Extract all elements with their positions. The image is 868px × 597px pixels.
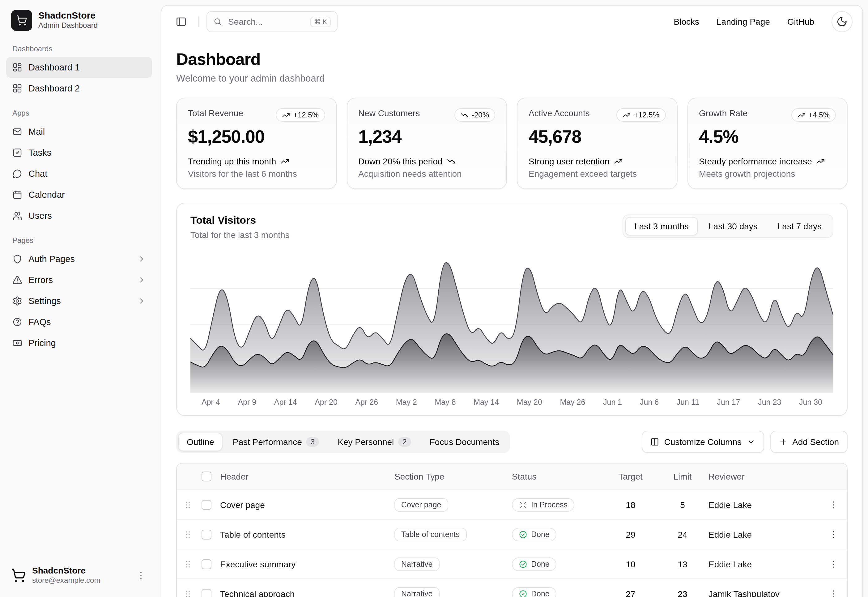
range-tab-30-days[interactable]: Last 30 days xyxy=(699,217,767,235)
help-icon xyxy=(12,317,22,327)
x-tick: Apr 14 xyxy=(274,398,297,407)
sidebar-item-chat[interactable]: Chat xyxy=(6,163,152,184)
reviewer-cell[interactable]: Eddie Lake xyxy=(709,529,820,539)
limit-cell[interactable]: 13 xyxy=(657,559,709,569)
x-tick: Apr 20 xyxy=(315,398,337,407)
drag-handle[interactable] xyxy=(177,529,199,539)
link-github[interactable]: GitHub xyxy=(787,17,814,27)
range-tab-3-months[interactable]: Last 3 months xyxy=(625,217,698,235)
drag-handle[interactable] xyxy=(177,589,199,597)
sidebar-item-users[interactable]: Users xyxy=(6,205,152,226)
sidebar-item-dashboard-2[interactable]: Dashboard 2 xyxy=(6,78,152,99)
sidebar-item-auth-pages[interactable]: Auth Pages xyxy=(6,248,152,269)
tab-label: Past Performance xyxy=(233,437,302,447)
row-menu-button[interactable] xyxy=(823,584,843,597)
reviewer-cell[interactable]: Jamik Tashpulatov xyxy=(709,589,820,597)
sidebar-item-label: Dashboard 1 xyxy=(28,62,80,72)
target-cell[interactable]: 29 xyxy=(605,529,657,539)
sidebar-item-faqs[interactable]: FAQs xyxy=(6,312,152,333)
dots-vertical-icon xyxy=(828,529,838,539)
trend-badge: +12.5% xyxy=(617,108,666,122)
row-checkbox[interactable] xyxy=(202,500,211,509)
stat-line1: Down 20% this period xyxy=(358,156,442,166)
stat-line2: Meets growth projections xyxy=(699,169,836,178)
drag-handle[interactable] xyxy=(177,500,199,509)
check-circle-icon xyxy=(519,589,528,597)
sidebar-item-tasks[interactable]: Tasks xyxy=(6,142,152,163)
row-header-cell[interactable]: Cover page xyxy=(220,500,394,509)
select-all-checkbox[interactable] xyxy=(202,472,211,481)
stat-cards: Total Revenue +12.5% $1,250.00 Trending … xyxy=(176,98,847,189)
row-checkbox[interactable] xyxy=(202,559,211,569)
sidebar-item-label: Pricing xyxy=(28,338,56,348)
sidebar: ShadcnStore Admin Dashboard Dashboards D… xyxy=(0,0,158,597)
row-menu-button[interactable] xyxy=(823,524,843,544)
add-section-button[interactable]: Add Section xyxy=(770,431,847,453)
sidebar-toggle-button[interactable] xyxy=(171,12,191,31)
x-tick: May 8 xyxy=(435,398,456,407)
tab-focus-documents[interactable]: Focus Documents xyxy=(421,433,508,451)
dots-vertical-icon xyxy=(828,559,838,569)
customize-columns-button[interactable]: Customize Columns xyxy=(642,431,764,453)
reviewer-cell[interactable]: Eddie Lake xyxy=(709,500,820,509)
target-cell[interactable]: 18 xyxy=(605,500,657,509)
search-box[interactable]: ⌘ K xyxy=(207,11,337,32)
sidebar-item-calendar[interactable]: Calendar xyxy=(6,184,152,205)
limit-cell[interactable]: 5 xyxy=(657,500,709,509)
search-input[interactable] xyxy=(227,16,305,27)
section-tabs: Outline Past Performance 3 Key Personnel… xyxy=(176,431,510,453)
trend-up-icon xyxy=(816,157,825,166)
tab-past-performance[interactable]: Past Performance 3 xyxy=(224,433,328,451)
tab-outline[interactable]: Outline xyxy=(178,433,223,451)
alert-icon xyxy=(12,275,22,285)
app-logo[interactable]: ShadcnStore Admin Dashboard xyxy=(6,6,152,35)
app-name: ShadcnStore xyxy=(38,10,98,21)
row-header-cell[interactable]: Executive summary xyxy=(220,559,394,569)
status-badge: Done xyxy=(512,587,556,597)
plus-icon xyxy=(779,438,787,446)
sidebar-item-errors[interactable]: Errors xyxy=(6,269,152,291)
range-tab-7-days[interactable]: Last 7 days xyxy=(768,217,831,235)
row-header-cell[interactable]: Table of contents xyxy=(220,529,394,539)
table-header-row: Header Section Type Status Target Limit … xyxy=(177,463,847,490)
sidebar-item-mail[interactable]: Mail xyxy=(6,121,152,142)
trend-up-icon xyxy=(280,157,289,166)
footer-menu-button[interactable] xyxy=(135,569,147,582)
row-menu-button[interactable] xyxy=(823,554,843,574)
trend-up-icon xyxy=(797,111,805,119)
badge-value: +12.5% xyxy=(293,111,319,119)
nav-section-dashboards: Dashboards xyxy=(6,35,152,57)
limit-cell[interactable]: 24 xyxy=(657,529,709,539)
sidebar-item-label: FAQs xyxy=(28,317,51,327)
sidebar-item-settings[interactable]: Settings xyxy=(6,291,152,312)
target-cell[interactable]: 10 xyxy=(605,559,657,569)
row-header-cell[interactable]: Technical approach xyxy=(220,589,394,597)
grip-icon xyxy=(183,559,193,569)
stat-line2: Engagement exceed targets xyxy=(529,169,666,178)
chart-x-axis: Apr 4 Apr 9 Apr 14 Apr 20 Apr 26 May 2 M… xyxy=(190,393,833,407)
row-menu-button[interactable] xyxy=(823,495,843,514)
limit-cell[interactable]: 23 xyxy=(657,589,709,597)
sidebar-item-label: Tasks xyxy=(28,148,51,157)
tab-key-personnel[interactable]: Key Personnel 2 xyxy=(329,433,420,451)
status-label: Done xyxy=(531,530,550,539)
trend-up-icon xyxy=(282,111,290,119)
row-checkbox[interactable] xyxy=(202,589,211,597)
reviewer-cell[interactable]: Eddie Lake xyxy=(709,559,820,569)
x-tick: May 26 xyxy=(560,398,585,407)
link-blocks[interactable]: Blocks xyxy=(674,17,699,27)
theme-toggle-button[interactable] xyxy=(832,11,853,32)
section-type-badge: Table of contents xyxy=(394,527,467,541)
calendar-icon xyxy=(12,190,22,200)
sidebar-item-dashboard-1[interactable]: Dashboard 1 xyxy=(6,57,152,78)
link-landing-page[interactable]: Landing Page xyxy=(716,17,770,27)
drag-handle[interactable] xyxy=(177,559,199,569)
grip-icon xyxy=(183,589,193,597)
sidebar-item-label: Dashboard 2 xyxy=(28,83,80,93)
row-checkbox[interactable] xyxy=(202,529,211,539)
sidebar-item-pricing[interactable]: Pricing xyxy=(6,333,152,353)
sidebar-user-footer[interactable]: ShadcnStore store@example.com xyxy=(6,561,152,591)
stat-line1: Trending up this month xyxy=(188,156,276,166)
target-cell[interactable]: 27 xyxy=(605,589,657,597)
dots-vertical-icon xyxy=(828,500,838,509)
